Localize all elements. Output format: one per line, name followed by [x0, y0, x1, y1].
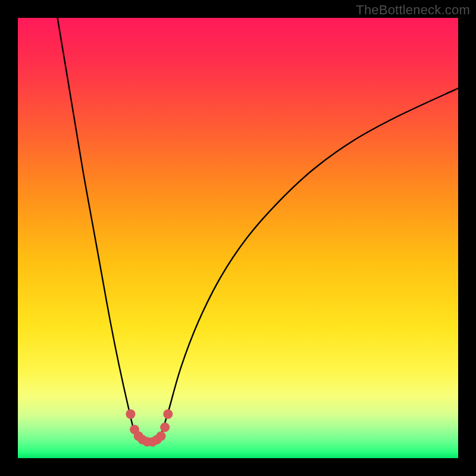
valley-marker-dot [126, 409, 135, 419]
chart-background [18, 18, 458, 458]
valley-marker-dot [156, 431, 166, 441]
chart-plot-area [18, 18, 458, 458]
watermark-text: TheBottleneck.com [356, 2, 470, 18]
chart-svg [18, 18, 458, 458]
valley-marker-dot [163, 409, 173, 419]
valley-marker-dot [160, 422, 170, 432]
chart-frame [0, 0, 476, 476]
